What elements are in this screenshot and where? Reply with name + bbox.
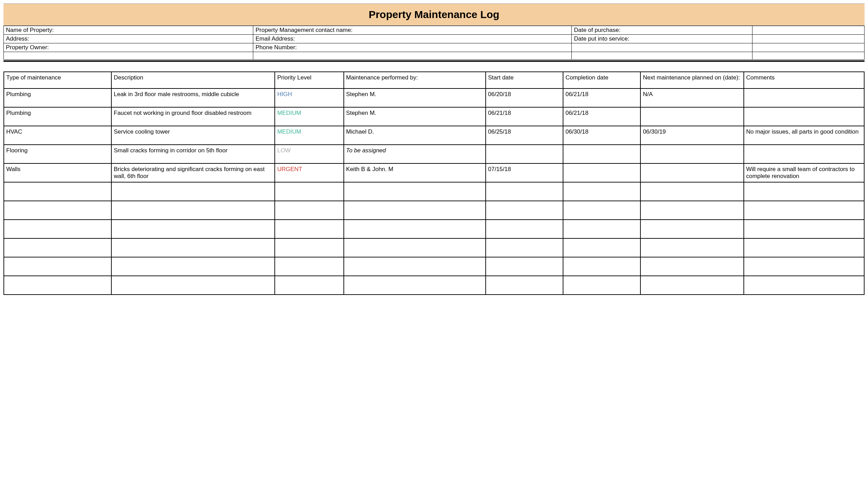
log-cell-priority xyxy=(275,182,343,201)
info-cell: Property Management contact name: xyxy=(253,26,572,35)
table-row xyxy=(4,238,864,257)
log-cell-completion: 06/30/18 xyxy=(563,126,640,145)
info-cell xyxy=(253,52,572,60)
log-cell-start: 06/25/18 xyxy=(486,126,563,145)
log-cell-completion xyxy=(563,201,640,220)
log-cell-next xyxy=(640,201,744,220)
log-cell-performed_by xyxy=(344,257,486,276)
log-cell-description: Service cooling tower xyxy=(111,126,275,145)
log-cell-comments xyxy=(744,238,864,257)
log-cell-comments xyxy=(744,257,864,276)
log-cell-type: Plumbing xyxy=(4,107,111,126)
info-cell xyxy=(572,52,752,60)
log-cell-type xyxy=(4,257,111,276)
property-info-table: Name of Property:Property Management con… xyxy=(3,26,865,60)
log-cell-start: 06/20/18 xyxy=(486,88,563,107)
info-cell xyxy=(752,35,865,43)
log-cell-description xyxy=(111,257,275,276)
log-cell-start xyxy=(486,257,563,276)
log-cell-priority xyxy=(275,257,343,276)
table-row xyxy=(4,182,864,201)
log-cell-description xyxy=(111,182,275,201)
log-cell-comments xyxy=(744,88,864,107)
log-cell-completion xyxy=(563,163,640,182)
log-cell-start xyxy=(486,238,563,257)
log-cell-completion xyxy=(563,257,640,276)
log-cell-description xyxy=(111,201,275,220)
log-cell-description xyxy=(111,220,275,238)
log-cell-description: Leak in 3rd floor male restrooms, middle… xyxy=(111,88,275,107)
log-cell-comments: No major issues, all parts in good condi… xyxy=(744,126,864,145)
log-cell-performed_by xyxy=(344,238,486,257)
log-cell-completion: 06/21/18 xyxy=(563,88,640,107)
log-cell-performed_by xyxy=(344,182,486,201)
log-cell-start xyxy=(486,201,563,220)
log-cell-next xyxy=(640,182,744,201)
log-cell-start: 06/21/18 xyxy=(486,107,563,126)
log-cell-type xyxy=(4,276,111,295)
log-header: Next maintenance planned on (date): xyxy=(640,72,744,88)
table-row xyxy=(4,276,864,295)
log-cell-start xyxy=(486,145,563,163)
log-cell-priority: URGENT xyxy=(275,163,343,182)
log-cell-completion xyxy=(563,182,640,201)
log-cell-performed_by: Keith B & John. M xyxy=(344,163,486,182)
log-cell-next: 06/30/19 xyxy=(640,126,744,145)
log-cell-next xyxy=(640,145,744,163)
log-cell-description: Bricks deteriorating and significant cra… xyxy=(111,163,275,182)
log-cell-description xyxy=(111,276,275,295)
log-cell-completion: 06/21/18 xyxy=(563,107,640,126)
log-header: Maintenance performed by: xyxy=(344,72,486,88)
log-cell-type xyxy=(4,201,111,220)
maintenance-log-table: Type of maintenanceDescriptionPriority L… xyxy=(3,71,865,295)
table-row xyxy=(4,257,864,276)
log-header: Comments xyxy=(744,72,864,88)
info-cell: Name of Property: xyxy=(4,26,253,35)
log-cell-type: Walls xyxy=(4,163,111,182)
log-cell-priority: MEDIUM xyxy=(275,107,343,126)
log-header: Type of maintenance xyxy=(4,72,111,88)
log-cell-performed_by: Stephen M. xyxy=(344,88,486,107)
log-cell-type: Flooring xyxy=(4,145,111,163)
log-cell-completion xyxy=(563,220,640,238)
log-cell-type xyxy=(4,220,111,238)
log-cell-start: 07/15/18 xyxy=(486,163,563,182)
log-cell-priority xyxy=(275,220,343,238)
table-row xyxy=(4,220,864,238)
log-header: Start date xyxy=(486,72,563,88)
log-cell-next xyxy=(640,276,744,295)
table-row: PlumbingFaucet not working in ground flo… xyxy=(4,107,864,126)
log-cell-type: Plumbing xyxy=(4,88,111,107)
info-cell: Property Owner: xyxy=(4,43,253,52)
log-cell-performed_by xyxy=(344,276,486,295)
info-cell xyxy=(752,52,865,60)
log-cell-performed_by xyxy=(344,220,486,238)
log-cell-description xyxy=(111,238,275,257)
log-header: Completion date xyxy=(563,72,640,88)
log-header: Description xyxy=(111,72,275,88)
log-cell-performed_by: Michael D. xyxy=(344,126,486,145)
log-cell-description: Faucet not working in ground floor disab… xyxy=(111,107,275,126)
log-header: Priority Level xyxy=(275,72,343,88)
info-cell xyxy=(752,43,865,52)
log-cell-next: N/A xyxy=(640,88,744,107)
log-cell-comments xyxy=(744,201,864,220)
log-cell-priority xyxy=(275,201,343,220)
table-row xyxy=(4,201,864,220)
log-cell-next xyxy=(640,220,744,238)
log-cell-comments xyxy=(744,145,864,163)
log-cell-priority xyxy=(275,276,343,295)
info-cell: Email Address: xyxy=(253,35,572,43)
info-cell xyxy=(4,52,253,60)
log-cell-performed_by xyxy=(344,201,486,220)
log-cell-start xyxy=(486,220,563,238)
info-cell xyxy=(752,26,865,35)
log-cell-comments xyxy=(744,182,864,201)
log-cell-completion xyxy=(563,276,640,295)
log-cell-comments xyxy=(744,220,864,238)
log-cell-next xyxy=(640,163,744,182)
log-cell-start xyxy=(486,182,563,201)
log-cell-next xyxy=(640,257,744,276)
log-cell-priority xyxy=(275,238,343,257)
log-cell-performed_by: To be assigned xyxy=(344,145,486,163)
